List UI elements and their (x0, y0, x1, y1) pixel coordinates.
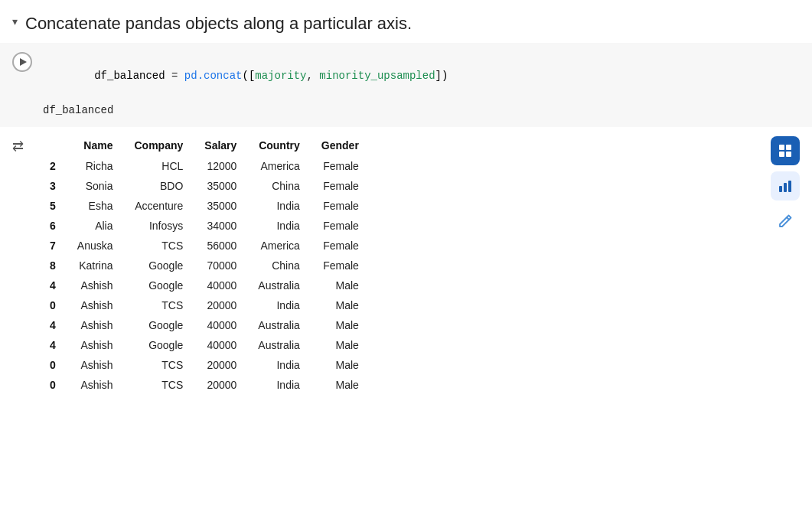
svg-rect-3 (786, 152, 791, 157)
run-button[interactable] (12, 52, 32, 72)
cell-country: America (247, 236, 310, 256)
cell-salary: 40000 (194, 275, 247, 295)
cell-company: TCS (124, 295, 194, 315)
cell-gender: Male (311, 275, 370, 295)
cell-company: Google (124, 315, 194, 335)
cell-country: Australia (247, 275, 310, 295)
cell-country: India (247, 295, 310, 315)
cell-name: Ashish (67, 335, 124, 355)
data-table-container: Name Company Salary Country Gender 2Rich… (39, 135, 755, 395)
col-header-country: Country (247, 135, 310, 156)
cell-company: BDO (124, 176, 194, 196)
cell-idx: 0 (39, 355, 67, 375)
svg-rect-1 (786, 145, 791, 150)
data-table: Name Company Salary Country Gender 2Rich… (39, 135, 370, 395)
cell-company: HCL (124, 156, 194, 176)
table-row: 7AnuskaTCS56000AmericaFemale (39, 236, 370, 256)
col-header-index (39, 135, 67, 156)
table-row: 4AshishGoogle40000AustraliaMale (39, 335, 370, 355)
header-section: ▾ Concatenate pandas objects along a par… (0, 0, 812, 43)
table-row: 2RichaHCL12000AmericaFemale (39, 156, 370, 176)
table-row: 6AliaInfosys34000IndiaFemale (39, 216, 370, 236)
cell-idx: 2 (39, 156, 67, 176)
cell-company: Accenture (124, 196, 194, 216)
cell-salary: 56000 (194, 236, 247, 256)
col-header-name: Name (67, 135, 124, 156)
cell-country: China (247, 176, 310, 196)
cell-country: India (247, 375, 310, 395)
chart-icon (778, 178, 793, 194)
cell-gender: Female (311, 156, 370, 176)
page-wrapper: ▾ Concatenate pandas objects along a par… (0, 0, 812, 515)
cell-country: India (247, 355, 310, 375)
cell-salary: 35000 (194, 196, 247, 216)
edit-button[interactable] (771, 207, 800, 236)
cell-name: Richa (67, 156, 124, 176)
svg-rect-2 (779, 152, 784, 157)
cell-country: India (247, 216, 310, 236)
col-header-salary: Salary (194, 135, 247, 156)
table-header-row: Name Company Salary Country Gender (39, 135, 370, 156)
cell-country: India (247, 196, 310, 216)
output-section: ⇄ Name Company Salary Country Gender 2Ri… (0, 127, 812, 403)
code-line-2: df_balanced (43, 102, 448, 119)
swap-icon-container[interactable]: ⇄ (12, 138, 24, 155)
cell-company: Google (124, 335, 194, 355)
swap-icon: ⇄ (12, 139, 24, 154)
svg-rect-0 (779, 145, 784, 150)
table-icon (778, 143, 793, 158)
cell-country: Australia (247, 335, 310, 355)
cell-name: Ashish (67, 355, 124, 375)
table-row: 0AshishTCS20000IndiaMale (39, 295, 370, 315)
code-param1: majority (255, 70, 306, 82)
cell-salary: 20000 (194, 295, 247, 315)
cell-company: TCS (124, 236, 194, 256)
cell-idx: 5 (39, 196, 67, 216)
table-row: 0AshishTCS20000IndiaMale (39, 375, 370, 395)
svg-rect-5 (784, 183, 787, 192)
run-icon (20, 58, 27, 66)
cell-name: Katrina (67, 256, 124, 275)
cell-gender: Female (311, 176, 370, 196)
cell-company: TCS (124, 355, 194, 375)
cell-gender: Female (311, 236, 370, 256)
cell-name: Ashish (67, 295, 124, 315)
chart-view-button[interactable] (771, 171, 800, 200)
svg-rect-4 (779, 186, 782, 192)
table-row: 4AshishGoogle40000AustraliaMale (39, 315, 370, 335)
code-cell: df_balanced = pd.concat([majority, minor… (0, 43, 812, 127)
cell-name: Ashish (67, 275, 124, 295)
cell-idx: 3 (39, 176, 67, 196)
cell-name: Ashish (67, 315, 124, 335)
code-var: df_balanced (94, 70, 165, 82)
chevron-icon[interactable]: ▾ (12, 15, 18, 28)
cell-idx: 4 (39, 275, 67, 295)
code-bracket: ([ (242, 70, 255, 82)
cell-idx: 4 (39, 335, 67, 355)
cell-name: Anuska (67, 236, 124, 256)
table-row: 0AshishTCS20000IndiaMale (39, 355, 370, 375)
toolbar (771, 136, 800, 236)
cell-gender: Male (311, 375, 370, 395)
cell-name: Esha (67, 196, 124, 216)
cell-country: Australia (247, 315, 310, 335)
pencil-icon (777, 213, 794, 230)
cell-salary: 35000 (194, 176, 247, 196)
cell-gender: Female (311, 196, 370, 216)
cell-name: Sonia (67, 176, 124, 196)
cell-idx: 0 (39, 375, 67, 395)
cell-idx: 0 (39, 295, 67, 315)
cell-country: America (247, 156, 310, 176)
code-line-1: df_balanced = pd.concat([majority, minor… (43, 51, 448, 102)
cell-salary: 12000 (194, 156, 247, 176)
table-row: 3SoniaBDO35000ChinaFemale (39, 176, 370, 196)
table-view-button[interactable] (771, 136, 800, 165)
table-row: 5EshaAccenture35000IndiaFemale (39, 196, 370, 216)
cell-company: Infosys (124, 216, 194, 236)
cell-company: Google (124, 256, 194, 275)
cell-salary: 20000 (194, 355, 247, 375)
cell-idx: 7 (39, 236, 67, 256)
cell-gender: Female (311, 216, 370, 236)
col-header-gender: Gender (311, 135, 370, 156)
cell-country: China (247, 256, 310, 275)
